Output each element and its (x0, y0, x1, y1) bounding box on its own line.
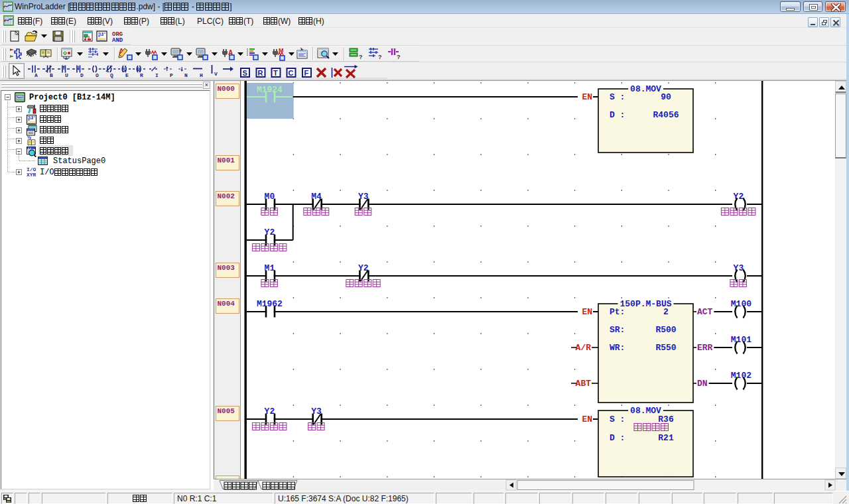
svg-text:Y2: Y2 (358, 263, 369, 273)
svg-text:M1924: M1924 (257, 85, 283, 95)
svg-text:EN: EN (582, 414, 592, 424)
svg-text:H: H (200, 72, 203, 78)
svg-text:U: U (65, 72, 68, 78)
svg-text:WR:: WR: (610, 343, 625, 353)
svg-text:M4: M4 (311, 192, 322, 202)
svg-text:ACT: ACT (697, 307, 713, 317)
svg-text:R: R (258, 69, 263, 77)
svg-text:I: I (155, 72, 159, 78)
svg-text:R550: R550 (655, 343, 676, 353)
svg-text:?: ? (397, 54, 401, 60)
svg-text:M101: M101 (731, 335, 751, 345)
svg-text:Y3: Y3 (358, 192, 369, 202)
svg-text:ERR: ERR (697, 343, 713, 353)
svg-text:C: C (289, 69, 294, 77)
svg-text:AND: AND (112, 37, 123, 44)
svg-text:R500: R500 (655, 325, 676, 335)
svg-text:E: E (125, 72, 129, 78)
svg-text:O: O (96, 72, 99, 78)
svg-text:ABT: ABT (576, 379, 592, 389)
svg-text:F: F (304, 69, 309, 77)
svg-text:B: B (50, 72, 53, 78)
svg-text:D :: D : (610, 433, 625, 443)
svg-text:S: S (243, 69, 247, 77)
svg-text:A: A (34, 72, 38, 78)
svg-text:Y2: Y2 (265, 407, 275, 416)
svg-text:M102: M102 (731, 371, 751, 381)
svg-text:T: T (273, 69, 278, 77)
svg-text:Pt:: Pt: (610, 307, 625, 317)
svg-text:S :: S : (610, 414, 625, 424)
svg-text:08.MOV: 08.MOV (630, 406, 661, 416)
svg-text:Y2: Y2 (265, 227, 275, 237)
svg-text:2: 2 (663, 307, 669, 317)
svg-text:M100: M100 (731, 299, 751, 309)
svg-text:EN: EN (582, 307, 592, 317)
svg-text:Y3: Y3 (734, 263, 744, 273)
svg-text:90: 90 (661, 92, 671, 102)
svg-text:A/R: A/R (576, 343, 592, 353)
svg-text:R36: R36 (658, 414, 674, 424)
svg-text:M1962: M1962 (257, 299, 283, 309)
svg-text:N: N (184, 72, 188, 78)
svg-text:Q: Q (110, 72, 113, 78)
svg-text:R21: R21 (658, 433, 674, 443)
svg-text:V: V (214, 71, 218, 77)
svg-text:D: D (80, 72, 84, 78)
svg-text:DN: DN (697, 379, 708, 389)
svg-text:P: P (170, 72, 173, 78)
svg-text:XYR: XYR (27, 172, 36, 177)
svg-text:?: ? (378, 54, 382, 60)
svg-text:Y2: Y2 (734, 192, 744, 202)
svg-text:R: R (140, 72, 143, 78)
svg-text:EN: EN (582, 92, 592, 102)
svg-text:SR:: SR: (610, 325, 625, 335)
svg-text:08.MOV: 08.MOV (630, 84, 661, 94)
svg-text:M0: M0 (265, 192, 275, 202)
svg-text:?: ? (359, 54, 363, 60)
svg-text:D :: D : (610, 110, 625, 120)
svg-text:M1: M1 (265, 263, 275, 273)
svg-text:R4056: R4056 (653, 110, 679, 120)
svg-text:Y3: Y3 (311, 407, 322, 416)
svg-text:S :: S : (610, 92, 625, 102)
